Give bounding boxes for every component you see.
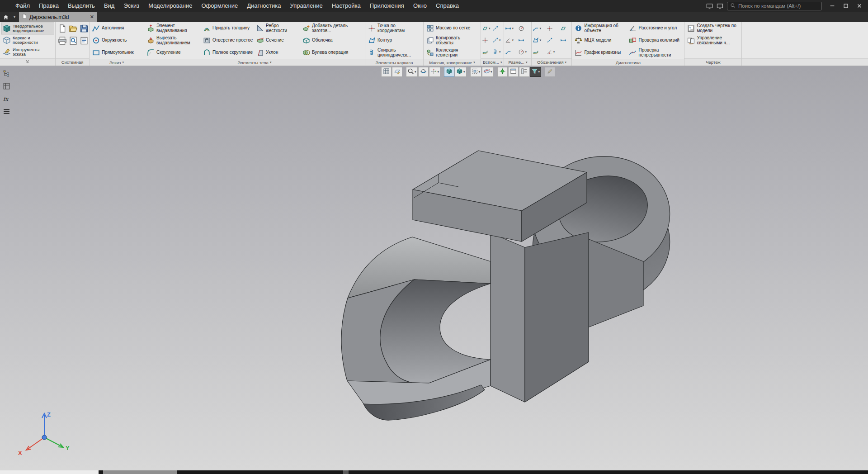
home-button[interactable] — [0, 12, 12, 22]
tool-point[interactable] — [547, 25, 559, 32]
group-caret-icon[interactable]: ▾ — [122, 61, 124, 64]
group-caret-icon[interactable]: ▾ — [473, 61, 475, 64]
button-rect2[interactable]: Прямоугольник — [91, 47, 142, 59]
button-mass[interactable]: МЦХ модели — [573, 34, 627, 47]
mode-sketch-tools[interactable]: Инструменты эскиза — [1, 46, 54, 58]
button-print[interactable] — [57, 35, 68, 46]
tool-plane[interactable] — [560, 25, 571, 32]
command-search-input[interactable]: Поиск по командам (Alt+/) — [727, 2, 822, 10]
variables-panel-button[interactable]: fx — [2, 94, 11, 103]
button-info[interactable]: Информация об объекте — [573, 22, 627, 34]
button-collision[interactable]: Проверка коллизий — [627, 34, 683, 47]
button-copyobj[interactable]: Копировать объекты — [425, 34, 479, 47]
button-hole[interactable]: Отверстие простое — [202, 34, 255, 47]
tool-axis[interactable]: ▾ — [492, 37, 502, 43]
document-tree-button[interactable] — [2, 69, 11, 78]
button-draft[interactable]: Уклон — [255, 47, 301, 59]
tool-axis[interactable] — [492, 25, 502, 32]
tool-contour[interactable]: ▾ — [533, 37, 545, 43]
second-screen-icon[interactable] — [717, 3, 723, 9]
tab-close-icon[interactable]: ✕ — [90, 14, 94, 20]
button-round2[interactable]: Полное скругление — [202, 47, 255, 59]
orbit-button[interactable] — [418, 67, 429, 77]
edit-tool-button[interactable] — [545, 67, 555, 77]
new-window-button[interactable] — [508, 67, 519, 77]
menu-item-4[interactable]: Эскиз — [119, 0, 144, 12]
button-point[interactable]: Точка по координатам — [367, 22, 422, 34]
tool-surf[interactable] — [533, 49, 545, 55]
minimize-button[interactable] — [826, 0, 839, 12]
model-tree-button[interactable] — [519, 67, 529, 77]
tool-dim[interactable] — [560, 37, 571, 43]
menu-item-9[interactable]: Настройка — [327, 0, 365, 12]
hide-objects-button[interactable]: ▾ — [470, 67, 482, 77]
button-fillet[interactable]: Скругление — [146, 47, 202, 59]
tool-axis[interactable] — [547, 37, 559, 43]
menu-item-3[interactable]: Вид — [99, 0, 119, 12]
filter-button[interactable]: ▾ — [530, 67, 542, 77]
menu-item-10[interactable]: Приложения — [365, 0, 409, 12]
button-linked[interactable]: Управление связанными ч... — [686, 34, 740, 47]
home-caret-icon[interactable]: ▾ — [12, 15, 17, 19]
tool-angdim[interactable]: ▾ — [547, 49, 559, 55]
group-caret-icon[interactable]: ▾ — [500, 61, 502, 64]
panel-menu-button[interactable] — [2, 107, 11, 116]
model-canvas[interactable]: Z X Y — [0, 66, 868, 470]
button-boolean[interactable]: Булева операция — [301, 47, 363, 59]
button-collect[interactable]: Коллекция геометрии — [425, 47, 479, 59]
button-cutex[interactable]: Вырезать выдавливанием — [146, 34, 202, 47]
collapse-chevron-icon[interactable] — [25, 59, 30, 66]
layout-screen-icon[interactable] — [706, 3, 713, 9]
button-open[interactable] — [68, 23, 79, 34]
button-circle[interactable]: Окружность — [91, 34, 142, 47]
menu-item-7[interactable]: Диагностика — [242, 0, 285, 12]
button-newdoc[interactable] — [57, 23, 68, 34]
button-contour[interactable]: Контур — [367, 34, 422, 47]
button-preview[interactable] — [68, 35, 79, 46]
tool-leader[interactable] — [505, 49, 517, 55]
menu-item-1[interactable]: Правка — [34, 0, 63, 12]
button-autoline[interactable]: Автолиния — [91, 22, 142, 34]
button-spiral[interactable]: Спираль цилиндрическ... — [367, 47, 422, 59]
clip-view-button[interactable]: ▾ — [482, 67, 494, 77]
menu-item-6[interactable]: Оформление — [197, 0, 242, 12]
model-block-left-face[interactable] — [491, 233, 525, 402]
menu-item-0[interactable]: Файл — [11, 0, 34, 12]
mode-solid-modeling[interactable]: Твердотельное моделирование — [1, 23, 54, 34]
menu-item-12[interactable]: Справка — [431, 0, 463, 12]
document-tab[interactable]: Держатель.m3d ✕ — [19, 12, 97, 22]
button-section[interactable]: Сечение — [255, 34, 301, 47]
tool-dim[interactable] — [518, 37, 530, 43]
tool-spiral[interactable]: ▾ — [492, 49, 502, 55]
tool-point[interactable] — [482, 37, 491, 43]
tool-raddim[interactable] — [518, 25, 530, 32]
group-caret-icon[interactable]: ▾ — [565, 61, 567, 64]
group-caret-icon[interactable]: ▾ — [270, 61, 272, 64]
tool-leader[interactable]: ▾ — [533, 25, 545, 32]
display-mode-list-button[interactable]: ▾ — [455, 67, 467, 77]
button-graph[interactable]: График кривизны — [573, 47, 627, 59]
display-mode-button[interactable] — [444, 67, 454, 77]
tool-surf[interactable] — [482, 49, 491, 55]
menu-item-11[interactable]: Окно — [409, 0, 431, 12]
button-save[interactable] — [79, 23, 90, 34]
mode-wireframe-surfaces[interactable]: Каркас и поверхности — [1, 34, 54, 46]
button-extrude[interactable]: Элемент выдавливания — [146, 22, 202, 34]
tool-raddim[interactable]: ▾ — [518, 49, 530, 55]
button-addpart[interactable]: Добавить деталь-заготов... — [301, 22, 363, 34]
tool-angdim[interactable]: ▾ — [505, 37, 517, 43]
close-button[interactable] — [853, 0, 866, 12]
sketch-mode-button[interactable] — [392, 67, 402, 77]
model-block-right-face[interactable] — [525, 232, 589, 402]
model-holder[interactable] — [341, 147, 678, 420]
menu-item-8[interactable]: Управление — [286, 0, 327, 12]
tool-plane[interactable]: ▾ — [482, 25, 491, 32]
orientation-button[interactable]: ▾ — [429, 67, 441, 77]
tool-dim[interactable]: ▾ — [505, 25, 517, 32]
button-props[interactable] — [79, 35, 90, 46]
group-caret-icon[interactable]: ▾ — [526, 61, 528, 64]
button-drawing[interactable]: Создать чертеж по модели — [686, 22, 740, 34]
zoom-tools-button[interactable]: ▾ — [406, 67, 418, 77]
menu-item-5[interactable]: Моделирование — [144, 0, 197, 12]
snap-toggle-button[interactable] — [497, 67, 508, 77]
